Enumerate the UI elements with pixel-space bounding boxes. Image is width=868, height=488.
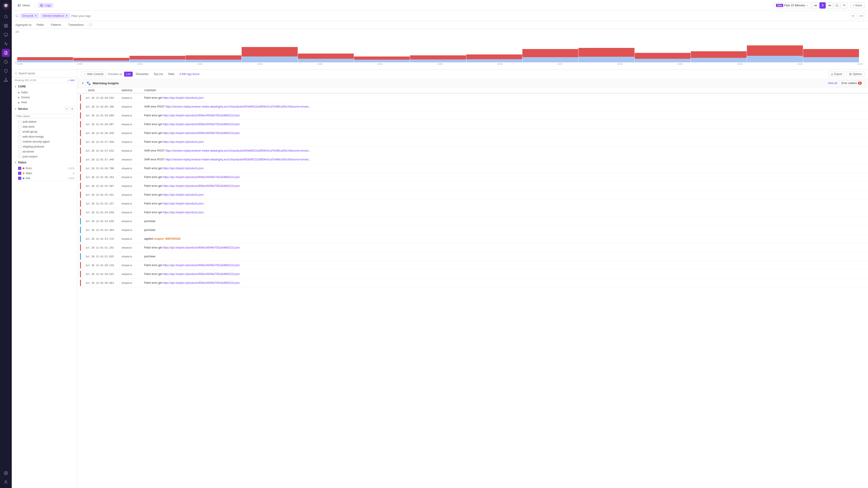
- table-row[interactable]: Jul 26 12:41:57.958 shopist.io Fetch err…: [77, 138, 868, 147]
- aggregate-tab-patterns[interactable]: Patterns: [49, 22, 63, 27]
- status-checkbox[interactable]: ✓: [18, 172, 21, 175]
- chart-bar-group[interactable]: [298, 31, 354, 62]
- sidebar-rum-icon[interactable]: [2, 58, 10, 66]
- table-row[interactable]: Jul 26 12:41:49.863 shopist.io Fetch err…: [77, 279, 868, 287]
- expand-icon[interactable]: [81, 81, 85, 85]
- facet-service-item[interactable]: post-coupon -: [12, 154, 77, 159]
- table-row[interactable]: Jul 26 12:41:50.210 shopist.io Fetch err…: [77, 261, 868, 270]
- table-row[interactable]: Jul 26 12:41:55.157 shopist.io Fetch err…: [77, 199, 868, 208]
- chart-bar-group[interactable]: [579, 31, 634, 62]
- log-link[interactable]: https://session-replay.browser-intake-da…: [165, 105, 311, 108]
- date-column-header[interactable]: ↓ DATE: [83, 88, 119, 93]
- log-link[interactable]: https://api.shopist.io/products/60fee340…: [163, 246, 240, 249]
- play-btn[interactable]: ⏸: [819, 2, 826, 8]
- facet-item-host[interactable]: ▶ Host: [12, 100, 77, 105]
- chart-bar-group[interactable]: [747, 31, 803, 62]
- log-link[interactable]: https://api.shopist.io/products.json: [163, 167, 204, 170]
- chart-bar-group[interactable]: [522, 31, 578, 62]
- chart-bar-group[interactable]: [691, 31, 747, 62]
- service-checkbox[interactable]: [18, 150, 21, 153]
- table-row[interactable]: Jul 26 12:41:57.440 shopist.io XHR error…: [77, 155, 868, 164]
- next-btn[interactable]: ⏭: [827, 2, 833, 8]
- service-checkbox[interactable]: [18, 135, 21, 138]
- log-link[interactable]: https://session-replay.browser-intake-da…: [165, 149, 311, 152]
- table-row[interactable]: Jul 26 12:42:03.108 shopist.io XHR error…: [77, 102, 868, 111]
- service-checkbox[interactable]: [18, 125, 21, 128]
- table-row[interactable]: Jul 26 12:41:56.354 shopist.io Fetch err…: [77, 173, 868, 182]
- nav-logs-tab[interactable]: Logs: [38, 3, 53, 8]
- facet-status-item[interactable]: ✓ Error 2.67k: [12, 166, 77, 171]
- log-link[interactable]: https://api.shopist.io/products.json: [163, 211, 204, 214]
- view-all-button[interactable]: View all: [828, 82, 837, 85]
- sidebar-dashboard-icon[interactable]: [2, 22, 10, 30]
- chart-bar-group[interactable]: [410, 31, 466, 62]
- aggregate-tab-transactions[interactable]: Transactions: [66, 22, 86, 27]
- filter-tag-service[interactable]: Service:shopist.io ✕: [41, 13, 70, 18]
- service-filter-input[interactable]: [14, 114, 74, 119]
- chart-bar-group[interactable]: [73, 31, 129, 62]
- facet-core-header[interactable]: ▼ CORE: [12, 83, 77, 90]
- log-link[interactable]: https://api.shopist.io/products/60fee340…: [163, 272, 240, 275]
- chart-bar-group[interactable]: [466, 31, 522, 62]
- error-outliers-badge[interactable]: Error outliers 5: [839, 80, 864, 86]
- sidebar-user-icon[interactable]: [2, 478, 10, 486]
- log-link[interactable]: https://api.shopist.io/products.json: [163, 193, 204, 196]
- options-button[interactable]: Options: [846, 71, 864, 77]
- filter-tag-service-close[interactable]: ✕: [65, 14, 68, 18]
- chart-bar-group[interactable]: [354, 31, 410, 62]
- sidebar-settings-icon[interactable]: [2, 469, 10, 477]
- table-row[interactable]: Jul 26 12:41:58.450 shopist.io Fetch err…: [77, 129, 868, 138]
- code-view-btn[interactable]: </>: [858, 13, 864, 19]
- log-link[interactable]: https://api.shopist.io/products.json: [163, 202, 204, 205]
- facet-service-item[interactable]: runtime-security-agent -: [12, 139, 77, 144]
- export-button[interactable]: Export: [828, 71, 845, 77]
- chart-bar-group[interactable]: [803, 31, 859, 62]
- facet-service-header[interactable]: ▼ Service ⊤ ✕: [12, 105, 77, 113]
- table-row[interactable]: Jul 26 12:41:59.609 shopist.io Fetch err…: [77, 111, 868, 120]
- filter-tag-env-close[interactable]: ✕: [35, 14, 37, 18]
- service-checkbox[interactable]: [18, 120, 21, 123]
- table-row[interactable]: Jul 26 12:41:55.997 shopist.io Fetch err…: [77, 182, 868, 191]
- sidebar-search-icon[interactable]: [2, 13, 10, 21]
- service-column-header[interactable]: SERVICE: [119, 88, 142, 93]
- filter-tag-env[interactable]: Env:prod ✕: [20, 13, 39, 18]
- facet-service-item[interactable]: ad-server -: [12, 149, 77, 154]
- log-link[interactable]: https://api.shopist.io/products/60fee340…: [163, 175, 240, 179]
- facet-item-index[interactable]: ▶ Index: [12, 90, 77, 95]
- viz-tab-table[interactable]: Table: [166, 72, 177, 76]
- search-btn[interactable]: [834, 2, 840, 8]
- log-link[interactable]: https://api.shopist.io/products/60fee340…: [163, 281, 240, 285]
- save-button[interactable]: + Save: [850, 2, 864, 8]
- status-checkbox[interactable]: ✓: [18, 177, 21, 180]
- chart-bar-group[interactable]: [129, 31, 185, 62]
- nav-views-tab[interactable]: Views: [16, 3, 32, 8]
- log-link[interactable]: https://session-replay.browser-intake-da…: [165, 158, 311, 161]
- log-link[interactable]: https://api.shopist.io/products/60fee340…: [163, 123, 240, 126]
- sidebar-infrastructure-icon[interactable]: [2, 31, 10, 39]
- log-link[interactable]: https://api.shopist.io/products/60fee340…: [163, 131, 240, 135]
- table-row[interactable]: Jul 26 12:41:58.887 shopist.io Fetch err…: [77, 120, 868, 129]
- sidebar-logs-icon[interactable]: [2, 49, 10, 57]
- sidebar-integrations-icon[interactable]: [2, 76, 10, 84]
- facet-item-source[interactable]: ▶ Source: [12, 95, 77, 100]
- service-checkbox[interactable]: [18, 155, 21, 158]
- refresh-btn[interactable]: ↻: [841, 2, 847, 8]
- chart-bar-group[interactable]: [186, 31, 241, 62]
- facet-status-item[interactable]: ✓ Warn 0: [12, 171, 77, 176]
- time-selector[interactable]: 15m Past 15 Minutes: [774, 2, 811, 8]
- service-clear-btn[interactable]: ✕: [70, 107, 74, 111]
- facet-service-item[interactable]: auth-dotnet -: [12, 119, 77, 124]
- clear-filters-btn[interactable]: ✕: [850, 13, 856, 19]
- sidebar-apm-icon[interactable]: [2, 40, 10, 48]
- service-checkbox[interactable]: [18, 145, 21, 148]
- chart-bar-group[interactable]: [635, 31, 690, 62]
- facet-service-item[interactable]: web-store -: [12, 124, 77, 129]
- table-row[interactable]: Jul 26 12:41:55.431 shopist.io Fetch err…: [77, 191, 868, 199]
- aggregate-help-icon[interactable]: ?: [89, 23, 92, 27]
- log-link[interactable]: https://api.shopist.io/products.json: [163, 140, 204, 143]
- table-row[interactable]: Jul 26 12:41:51.025 shopist.io purchase: [77, 252, 868, 261]
- facet-status-header[interactable]: ▼ Status: [12, 159, 77, 166]
- table-row[interactable]: Jul 26 12:41:53.276 shopist.io applied c…: [77, 234, 868, 243]
- table-row[interactable]: Jul 26 12:42:04.656 shopist.io Fetch err…: [77, 93, 868, 102]
- chart-bar-group[interactable]: [17, 31, 73, 62]
